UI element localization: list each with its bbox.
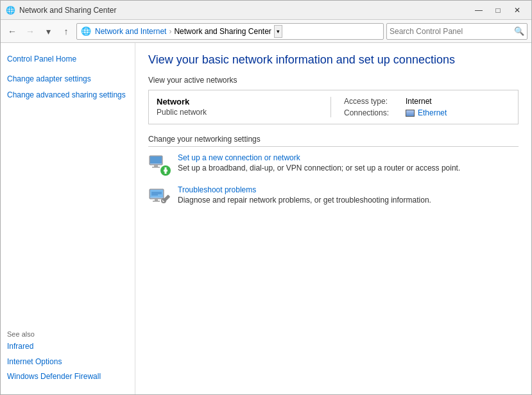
ethernet-link[interactable]: Ethernet (406, 108, 447, 117)
sidebar-change-adapter[interactable]: Change adapter settings (7, 74, 91, 83)
window-icon: 🌐 (6, 6, 15, 15)
breadcrumb: Network and Internet › Network and Shari… (95, 27, 271, 36)
up-button[interactable]: ↑ (58, 24, 74, 39)
svg-rect-13 (153, 201, 160, 202)
ethernet-icon (406, 110, 415, 117)
sidebar: Control Panel Home Change adapter settin… (1, 43, 135, 395)
content-area: View your basic network information and … (135, 43, 531, 395)
sidebar-windows-defender-firewall[interactable]: Windows Defender Firewall (7, 371, 128, 383)
troubleshoot-setting-item: Troubleshoot problems Diagnose and repai… (148, 185, 519, 208)
restore-button[interactable]: □ (489, 4, 507, 17)
networks-section: Network Public network Access type: Inte… (148, 90, 519, 124)
svg-rect-1 (150, 156, 162, 164)
sidebar-links-group: Change adapter settings Change advanced … (7, 73, 128, 101)
breadcrumb-current: Network and Sharing Center (174, 27, 271, 36)
breadcrumb-item-network-internet[interactable]: Network and Internet (95, 27, 166, 36)
setup-icon (148, 153, 171, 176)
address-bar: ← → ▾ ↑ 🌐 Network and Internet › Network… (1, 20, 531, 43)
svg-rect-3 (152, 167, 160, 168)
title-bar: 🌐 Network and Sharing Center — □ ✕ (1, 1, 531, 20)
sidebar-see-also-title: See also (7, 330, 128, 338)
troubleshoot-link[interactable]: Troubleshoot problems (178, 185, 431, 194)
window-title: Network and Sharing Center (19, 6, 116, 15)
setup-text: Set up a new connection or network Set u… (178, 153, 460, 172)
troubleshoot-text: Troubleshoot problems Diagnose and repai… (178, 185, 431, 205)
network-type: Public network (157, 108, 323, 117)
sidebar-infrared[interactable]: Infrared (7, 340, 128, 353)
minimize-button[interactable]: — (470, 4, 488, 17)
setup-link[interactable]: Set up a new connection or network (178, 153, 460, 162)
troubleshoot-desc: Diagnose and repair network problems, or… (178, 196, 431, 205)
network-name: Network (157, 97, 323, 106)
access-type-label: Access type: (344, 97, 402, 106)
breadcrumb-dropdown-button[interactable]: ▾ (274, 25, 282, 38)
forward-button[interactable]: → (22, 24, 38, 39)
ethernet-label: Ethernet (418, 108, 447, 117)
svg-rect-2 (154, 165, 158, 167)
network-right: Access type: Internet Connections: Ether… (331, 97, 510, 117)
search-box: 🔍 (386, 23, 528, 40)
network-left: Network Public network (157, 97, 331, 117)
access-type-detail: Access type: Internet (344, 97, 510, 106)
connections-detail: Connections: Ethernet (344, 108, 510, 117)
close-button[interactable]: ✕ (508, 4, 526, 17)
sidebar-control-panel-home[interactable]: Control Panel Home (7, 53, 128, 65)
svg-rect-6 (165, 167, 167, 174)
breadcrumb-bar: 🌐 Network and Internet › Network and Sha… (76, 23, 384, 40)
active-networks-label: View your active networks (148, 76, 519, 85)
access-type-value: Internet (406, 97, 432, 106)
sidebar-change-advanced-sharing[interactable]: Change advanced sharing settings (7, 89, 128, 101)
breadcrumb-separator: › (169, 27, 171, 36)
search-input[interactable] (390, 27, 514, 36)
breadcrumb-network-icon: 🌐 (81, 26, 91, 36)
setup-desc: Set up a broadband, dial-up, or VPN conn… (178, 164, 460, 172)
title-bar-left: 🌐 Network and Sharing Center (6, 6, 116, 15)
sidebar-internet-options[interactable]: Internet Options (7, 356, 128, 368)
title-controls: — □ ✕ (470, 4, 526, 17)
search-button[interactable]: 🔍 (514, 26, 524, 36)
svg-rect-12 (155, 199, 158, 201)
change-settings-label: Change your networking settings (148, 135, 519, 147)
page-title: View your basic network information and … (148, 53, 519, 67)
sidebar-see-also: See also Infrared Internet Options Windo… (7, 307, 128, 385)
main-layout: Control Panel Home Change adapter settin… (1, 43, 531, 395)
connections-label: Connections: (344, 108, 402, 117)
back-button[interactable]: ← (4, 24, 20, 39)
recent-button[interactable]: ▾ (40, 24, 56, 39)
setup-setting-item: Set up a new connection or network Set u… (148, 153, 519, 176)
troubleshoot-icon (148, 185, 171, 208)
